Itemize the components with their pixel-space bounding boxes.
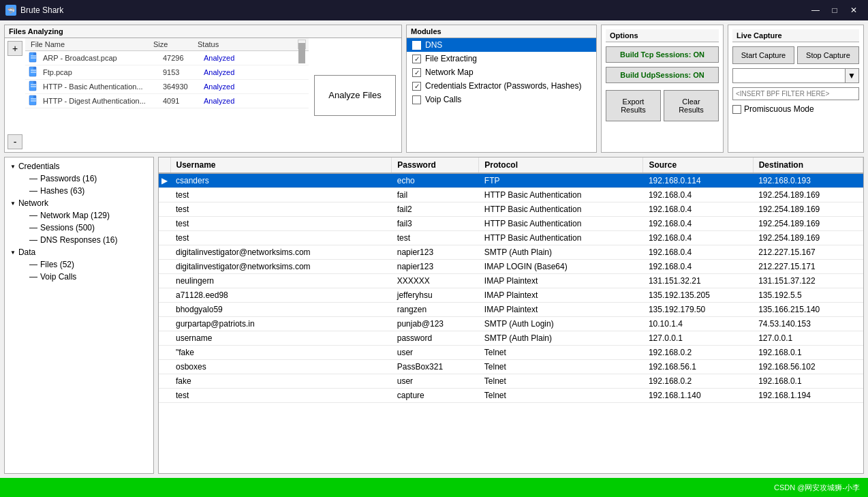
- row-expand[interactable]: [159, 288, 170, 303]
- table-row[interactable]: test capture Telnet 192.168.1.140 192.16…: [159, 389, 863, 403]
- module-checkbox[interactable]: [412, 55, 421, 63]
- module-checkbox[interactable]: [412, 82, 421, 91]
- row-expand[interactable]: [159, 245, 170, 260]
- row-expand[interactable]: [159, 217, 170, 231]
- export-results-button[interactable]: Export Results: [606, 90, 661, 121]
- start-capture-button[interactable]: Start Capture: [732, 46, 794, 64]
- tcp-sessions-button[interactable]: Build Tcp Sessions: ON: [606, 46, 719, 63]
- interface-dropdown[interactable]: ▼: [732, 68, 859, 83]
- table-row[interactable]: digitalinvestigator@networksims.com napi…: [159, 260, 863, 274]
- promiscuous-label[interactable]: Promiscuous Mode: [732, 104, 859, 114]
- module-item[interactable]: Credentials Extractor (Passwords, Hashes…: [407, 79, 596, 93]
- module-checkbox[interactable]: [412, 41, 421, 50]
- sidebar-group[interactable]: ▼ Credentials: [5, 160, 153, 172]
- table-row[interactable]: "fake user Telnet 192.168.0.2 192.168.0.…: [159, 346, 863, 360]
- module-item[interactable]: Network Map: [407, 65, 596, 79]
- cell-source: 10.10.1.4: [643, 317, 753, 331]
- file-status: Analyzed: [204, 54, 258, 62]
- col-username: Username: [170, 157, 392, 173]
- analyze-files-button[interactable]: Analyze Files: [314, 75, 396, 116]
- table-row[interactable]: bhodgyalo59 rangzen IMAP Plaintext 135.1…: [159, 303, 863, 317]
- row-expand[interactable]: [159, 303, 170, 317]
- maximize-button[interactable]: □: [826, 1, 843, 19]
- row-expand[interactable]: [159, 231, 170, 245]
- cell-destination: 127.0.0.1: [753, 331, 863, 346]
- file-size: 9153: [163, 68, 204, 76]
- table-row[interactable]: test fail2 HTTP Basic Authentication 192…: [159, 202, 863, 217]
- table-row[interactable]: neulingern XXXXXX IMAP Plaintext 131.151…: [159, 274, 863, 288]
- sidebar-item[interactable]: — Network Map (129): [5, 209, 153, 222]
- expand-icon: ▼: [10, 250, 16, 256]
- dropdown-arrow-icon[interactable]: ▼: [845, 69, 858, 82]
- module-item[interactable]: Voip Calls: [407, 93, 596, 106]
- sidebar-group[interactable]: ▼ Data: [5, 246, 153, 258]
- cell-destination: 135.166.215.140: [753, 303, 863, 317]
- table-row[interactable]: fake user Telnet 192.168.0.2 192.168.0.1: [159, 374, 863, 389]
- list-item[interactable]: HTTP - Digest Authentication... 4091 Ana…: [25, 94, 309, 108]
- module-item[interactable]: File Extracting: [407, 52, 596, 65]
- promiscuous-checkbox[interactable]: [732, 105, 741, 114]
- module-checkbox[interactable]: [412, 68, 421, 77]
- svg-rect-13: [33, 95, 36, 98]
- row-expand[interactable]: [159, 331, 170, 346]
- close-button[interactable]: ✕: [845, 1, 863, 19]
- sidebar-group[interactable]: ▼ Network: [5, 197, 153, 209]
- tree-indent: —: [29, 223, 37, 232]
- table-row[interactable]: test fail3 HTTP Basic Authentication 192…: [159, 217, 863, 231]
- row-expand[interactable]: [159, 346, 170, 360]
- cell-protocol: IMAP Plaintext: [479, 303, 643, 317]
- cell-username: test: [170, 217, 392, 231]
- cell-source: 192.168.1.140: [643, 389, 753, 403]
- files-scroll[interactable]: ARP - Broadcast.pcap 47296 Analyzed Ftp.…: [25, 51, 309, 152]
- cell-username: digitalinvestigator@networksims.com: [170, 245, 392, 260]
- data-table-container[interactable]: Username Password Protocol Source Destin…: [159, 157, 863, 473]
- list-item[interactable]: Ftp.pcap 9153 Analyzed: [25, 65, 309, 80]
- cell-protocol: HTTP Basic Authentication: [479, 217, 643, 231]
- files-header: File Name Size Status: [25, 38, 309, 51]
- table-row[interactable]: test test HTTP Basic Authentication 192.…: [159, 231, 863, 245]
- sidebar-item[interactable]: — Sessions (500): [5, 222, 153, 234]
- list-item[interactable]: HTTP - Basic Authentication... 364930 An…: [25, 80, 309, 94]
- table-row[interactable]: osboxes PassBox321 Telnet 192.168.56.1 1…: [159, 360, 863, 374]
- add-file-button[interactable]: +: [7, 41, 22, 56]
- table-row[interactable]: digitalinvestigator@networksims.com napi…: [159, 245, 863, 260]
- remove-file-button[interactable]: -: [7, 134, 22, 149]
- minimize-button[interactable]: —: [807, 1, 824, 19]
- sidebar-item[interactable]: — Passwords (16): [5, 172, 153, 185]
- row-expand[interactable]: ▶: [159, 173, 170, 188]
- udp-sessions-button[interactable]: Build UdpSessions: ON: [606, 67, 719, 83]
- table-row[interactable]: test fail HTTP Basic Authentication 192.…: [159, 188, 863, 202]
- row-expand[interactable]: [159, 374, 170, 389]
- row-expand[interactable]: [159, 360, 170, 374]
- list-item[interactable]: ARP - Broadcast.pcap 47296 Analyzed: [25, 51, 309, 65]
- cell-password: rangzen: [392, 303, 479, 317]
- clear-results-button[interactable]: Clear Results: [664, 90, 719, 121]
- row-expand[interactable]: [159, 317, 170, 331]
- cell-source: 192.168.0.4: [643, 202, 753, 217]
- cell-protocol: Telnet: [479, 389, 643, 403]
- table-row[interactable]: ▶ csanders echo FTP 192.168.0.114 192.16…: [159, 173, 863, 188]
- stop-capture-button[interactable]: Stop Capture: [797, 46, 859, 64]
- table-row[interactable]: a71128.eed98 jefferyhsu IMAP Plaintext 1…: [159, 288, 863, 303]
- promiscuous-text: Promiscuous Mode: [744, 104, 814, 114]
- sidebar-item[interactable]: — Voip Calls: [5, 271, 153, 283]
- col-status: Status: [195, 40, 249, 49]
- modules-list: DNS File Extracting Network Map Credenti…: [407, 38, 596, 106]
- cell-destination: 192.254.189.169: [753, 188, 863, 202]
- bpf-filter-input[interactable]: [732, 87, 859, 100]
- module-item[interactable]: DNS: [407, 38, 596, 52]
- row-expand[interactable]: [159, 274, 170, 288]
- row-expand[interactable]: [159, 202, 170, 217]
- row-expand[interactable]: [159, 389, 170, 403]
- sidebar-item[interactable]: — DNS Responses (16): [5, 234, 153, 246]
- table-row[interactable]: gurpartap@patriots.in punjab@123 SMTP (A…: [159, 317, 863, 331]
- sidebar-item[interactable]: — Hashes (63): [5, 185, 153, 197]
- module-checkbox[interactable]: [412, 95, 421, 104]
- table-row[interactable]: username password SMTP (Auth Plain) 127.…: [159, 331, 863, 346]
- sidebar-item[interactable]: — Files (52): [5, 258, 153, 271]
- interface-input[interactable]: [733, 70, 845, 82]
- row-expand[interactable]: [159, 260, 170, 274]
- files-content: + - File Name Size Status: [5, 38, 401, 152]
- row-expand[interactable]: [159, 188, 170, 202]
- cell-username: test: [170, 389, 392, 403]
